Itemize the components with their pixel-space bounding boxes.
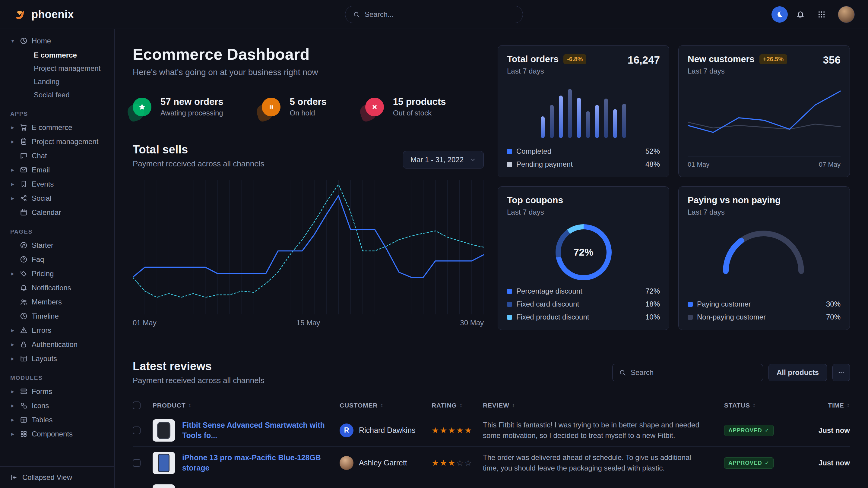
- collapsed-view-toggle[interactable]: Collapsed View: [0, 466, 114, 488]
- legend-label: Fixed card discount: [516, 300, 579, 308]
- bar: [559, 96, 563, 138]
- sidebar-item[interactable]: Email: [4, 163, 110, 177]
- star-icon: ★: [440, 458, 448, 467]
- all-products-button[interactable]: All products: [769, 364, 827, 381]
- brand[interactable]: phoenix: [13, 7, 74, 22]
- card-title: Paying vs non paying: [688, 195, 780, 205]
- legend-value: 70%: [826, 313, 841, 321]
- column-header-review[interactable]: REVIEW: [483, 402, 724, 409]
- sidebar-item[interactable]: Notifications: [4, 281, 110, 295]
- reviews-title: Latest reviews: [133, 360, 264, 373]
- reviews-search-input[interactable]: [631, 368, 757, 377]
- bell-icon[interactable]: [792, 6, 809, 23]
- sidebar-item[interactable]: Social: [4, 191, 110, 205]
- review-time: Just now: [818, 459, 850, 467]
- sidebar-item[interactable]: Events: [4, 177, 110, 191]
- paying-vs-nonpaying-card: Paying vs non paying Last 7 days Paying …: [678, 186, 850, 330]
- caret-icon: [10, 138, 16, 145]
- caret-icon: [10, 430, 16, 437]
- sidebar-item[interactable]: Calendar: [4, 205, 110, 220]
- column-header-rating[interactable]: RATING: [432, 402, 483, 409]
- caret-icon: [10, 195, 16, 202]
- legend-label: Percentage discount: [516, 287, 582, 295]
- sidebar-item[interactable]: Forms: [4, 384, 110, 398]
- envelope-icon: [20, 166, 28, 174]
- column-header-customer[interactable]: CUSTOMER: [340, 402, 432, 409]
- more-options-button[interactable]: [832, 364, 850, 381]
- customers-line-chart: [688, 86, 841, 154]
- table-header-row: PRODUCT CUSTOMER RATING REVIEW STATUS TI…: [133, 397, 850, 414]
- date-range-select[interactable]: Mar 1 - 31, 2022: [403, 151, 484, 168]
- table-row: iPhone 13 pro max-Pacific Blue-128GB sto…: [133, 447, 850, 479]
- bar: [613, 109, 617, 138]
- sidebar-item[interactable]: Tables: [4, 413, 110, 427]
- column-header-product[interactable]: PRODUCT: [153, 402, 340, 409]
- select-row-checkbox[interactable]: [133, 426, 141, 434]
- global-search[interactable]: [345, 6, 523, 23]
- x-tick: 01 May: [133, 319, 157, 327]
- x-icon: [365, 98, 384, 116]
- sidebar-item[interactable]: Authentication: [4, 337, 110, 352]
- total-sells-chart: [133, 180, 484, 314]
- customer-avatar: R: [340, 423, 353, 437]
- sidebar-item[interactable]: Faq: [4, 252, 110, 266]
- star-icon: ★: [432, 458, 440, 467]
- bar: [586, 111, 590, 138]
- paying-gauge-chart: [719, 227, 809, 276]
- sidebar-item-label: Social: [32, 194, 51, 202]
- shapes-icon: [20, 401, 28, 410]
- moon-icon[interactable]: [772, 6, 788, 23]
- product-link[interactable]: Fitbit Sense Advanced Smartwatch with To…: [182, 420, 329, 441]
- sidebar-item-label: Events: [32, 180, 54, 188]
- caret-icon: [10, 341, 16, 348]
- sidebar-item[interactable]: Icons: [4, 398, 110, 413]
- sidebar-item-home[interactable]: Home: [4, 34, 110, 48]
- sidebar-group-apps: E commerce Project management Chat: [4, 120, 110, 220]
- stat-subtitle: Awating processing: [160, 109, 223, 117]
- calendar-icon: [20, 208, 28, 217]
- star-icon: ★: [464, 426, 473, 435]
- sidebar-item-label: Tables: [32, 416, 53, 424]
- sidebar-item[interactable]: Pricing: [4, 266, 110, 281]
- card-period: Last 7 days: [688, 67, 787, 75]
- sidebar-item[interactable]: Errors: [4, 323, 110, 337]
- select-all-checkbox[interactable]: [133, 401, 141, 409]
- user-avatar[interactable]: [838, 6, 855, 23]
- sidebar-subitem[interactable]: Project management: [4, 62, 110, 75]
- sidebar-subitem[interactable]: Landing: [4, 75, 110, 88]
- sidebar-item-label: Timeline: [32, 312, 59, 320]
- sidebar-item[interactable]: Chat: [4, 149, 110, 163]
- product-link[interactable]: iPhone 13 pro max-Pacific Blue-128GB sto…: [182, 453, 329, 473]
- grid-icon[interactable]: [813, 6, 830, 23]
- sidebar-item[interactable]: Members: [4, 295, 110, 309]
- column-header-time[interactable]: TIME: [828, 402, 850, 409]
- sidebar-item[interactable]: Starter: [4, 238, 110, 252]
- status-badge: APPROVED: [724, 457, 774, 469]
- home-children: E commerce Project management Landing So…: [4, 48, 110, 102]
- total-orders-card: Total orders -6.8% Last 7 days 16,247: [498, 45, 669, 177]
- sidebar-item[interactable]: Components: [4, 427, 110, 441]
- sidebar-item[interactable]: Project management: [4, 134, 110, 149]
- legend-value: 48%: [645, 160, 660, 168]
- components-icon: [20, 430, 28, 438]
- sidebar-subitem[interactable]: Social feed: [4, 88, 110, 102]
- column-header-status[interactable]: STATUS: [724, 402, 795, 409]
- bar: [541, 116, 545, 138]
- legend-swatch: [688, 302, 693, 307]
- review-text: This Fitbit is fantastic! I was trying t…: [483, 420, 724, 441]
- bar: [577, 98, 581, 138]
- star-icon: ★: [448, 458, 456, 467]
- collapsed-view-label: Collapsed View: [22, 473, 72, 482]
- select-row-checkbox[interactable]: [133, 459, 141, 467]
- legend-value: 10%: [645, 313, 660, 321]
- sidebar-section-title: MODULES: [10, 375, 110, 381]
- sidebar-item[interactable]: E commerce: [4, 120, 110, 134]
- sidebar-item[interactable]: Layouts: [4, 352, 110, 366]
- sidebar-subitem[interactable]: E commerce: [4, 48, 110, 62]
- global-search-input[interactable]: [365, 10, 516, 19]
- sidebar-item[interactable]: Timeline: [4, 309, 110, 323]
- legend-swatch: [507, 302, 512, 307]
- star-icon: [133, 98, 151, 116]
- reviews-search[interactable]: [612, 364, 763, 381]
- caret-icon: [10, 388, 16, 395]
